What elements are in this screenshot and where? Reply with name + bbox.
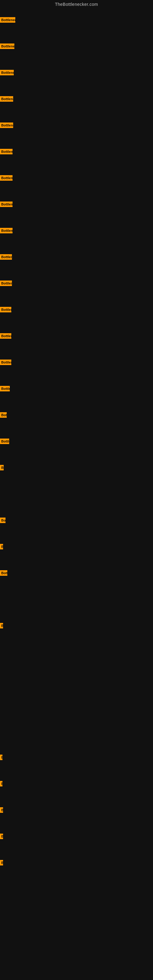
bottleneck-bar-label: B: [0, 544, 3, 549]
bar-row: Bottleneck re: [0, 360, 11, 365]
bar-row: Bott: [0, 570, 7, 576]
bar-row: Bottleneck resu: [0, 280, 12, 286]
bottleneck-bar-label: Bottleneck re: [0, 307, 11, 312]
bottleneck-bar-label: Bottleneck result: [0, 17, 15, 23]
bar-row: Bottleneck resul: [0, 70, 14, 75]
bottleneck-bar-label: Bottleneck re: [0, 333, 11, 339]
bar-row: Bot: [0, 412, 7, 418]
bar-row: B: [0, 544, 3, 549]
site-title: TheBottlenecker.com: [0, 0, 153, 8]
bar-row: Bottleneck re: [0, 333, 11, 339]
bar-row: Bottlen: [0, 439, 9, 444]
bar-row: B: [0, 781, 2, 786]
bar-row: Bottleneck result: [0, 17, 15, 23]
bar-row: B: [0, 623, 3, 628]
bottleneck-bar-label: Bottleneck resu: [0, 149, 13, 154]
bottleneck-bar-label: Bottleneck resu: [0, 202, 13, 207]
bottleneck-bar-label: B: [0, 807, 3, 813]
bottleneck-bar-label: B: [0, 781, 2, 786]
bar-row: Bottleneck result: [0, 43, 14, 49]
bar-row: Bottleneck resu: [0, 149, 13, 154]
bottleneck-bar-label: Bottleneck resul: [0, 70, 14, 75]
bar-row: Bo: [0, 517, 5, 523]
bar-row: Bottleneck resu: [0, 254, 12, 260]
bar-row: Bottleneck re: [0, 307, 11, 312]
bar-row: B: [0, 860, 3, 865]
bar-row: Bottleneck resu: [0, 175, 13, 181]
bottleneck-bar-label: Bottleneck resu: [0, 280, 12, 286]
bottleneck-bar-label: B: [0, 834, 3, 839]
bar-row: Bottleneck resu: [0, 202, 13, 207]
bottleneck-bar-label: B: [0, 860, 3, 865]
bar-row: B: [0, 834, 3, 839]
bottleneck-bar-label: Bo: [0, 517, 5, 523]
bar-row: B: [0, 755, 2, 760]
bar-row: Bottleneck resu: [0, 96, 13, 102]
bar-row: Bottlenec: [0, 386, 10, 391]
bottleneck-bar-label: Bottleneck resu: [0, 254, 12, 260]
bottleneck-bar-label: Bottleneck re: [0, 360, 11, 365]
bottleneck-bar-label: Bottleneck resu: [0, 175, 13, 181]
bottleneck-bar-label: Bottlenec: [0, 386, 10, 391]
bottleneck-bar-label: Bottleneck resu: [0, 228, 13, 233]
bottleneck-bar-label: Bottleneck result: [0, 43, 14, 49]
bottleneck-bar-label: B: [0, 623, 3, 628]
bar-row: Bottleneck resu: [0, 228, 13, 233]
bottleneck-bar-label: Bot: [0, 412, 7, 418]
bottleneck-bar-label: Bottleneck resu: [0, 96, 13, 102]
bottleneck-bar-label: Bottleneck resu: [0, 123, 13, 128]
bottleneck-bar-label: Bottlen: [0, 439, 9, 444]
bottleneck-bar-label: B: [0, 755, 2, 760]
bottleneck-bar-label: B: [0, 465, 4, 470]
bar-row: Bottleneck resu: [0, 123, 13, 128]
bar-row: B: [0, 807, 3, 813]
bar-row: B: [0, 465, 4, 470]
bottleneck-bar-label: Bott: [0, 570, 7, 576]
